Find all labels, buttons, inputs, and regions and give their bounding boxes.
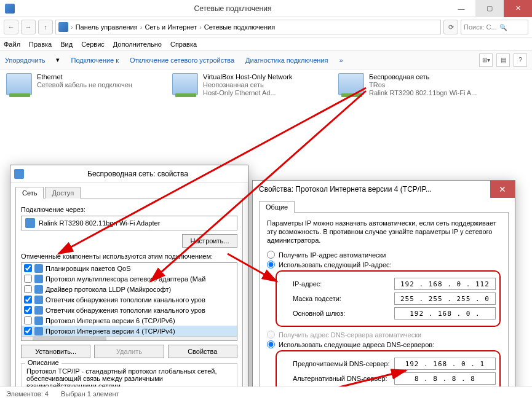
component-checkbox[interactable] (24, 264, 32, 272)
dialog-title: Беспроводная сеть: свойства (28, 170, 248, 178)
component-icon (34, 327, 43, 335)
window-titlebar: Сетевые подключения — ▢ ✕ (0, 0, 532, 17)
menu-view[interactable]: Вид (60, 41, 73, 48)
ip-settings-highlight: IP-адрес:192 . 168 . 0 . 112 Маска подсе… (276, 270, 501, 327)
radio-auto-dns (267, 331, 275, 339)
component-icon (34, 316, 43, 325)
nav-up-button[interactable]: ↑ (38, 20, 53, 34)
label-connect-using: Подключение через: (21, 206, 237, 213)
component-checkbox[interactable] (24, 327, 32, 335)
dialog-ipv4-properties: Свойства: Протокол Интернета версии 4 (T… (252, 180, 515, 400)
preferred-dns-input[interactable]: 192 . 168 . 0 . 1 (394, 358, 496, 370)
component-icon (34, 275, 43, 283)
breadcrumb-item[interactable]: Сеть и Интернет (145, 23, 197, 31)
component-icon (34, 264, 43, 273)
content-area: Ethernet Сетевой кабель не подключен Vir… (0, 69, 532, 386)
network-icon (338, 73, 364, 95)
toolbar-organize[interactable]: Упорядочить (5, 57, 45, 64)
breadcrumb-item[interactable]: Сетевые подключения (204, 23, 275, 31)
details-pane-button[interactable]: ▤ (496, 53, 510, 67)
remove-button: Удалить (94, 345, 164, 358)
network-item-virtualbox[interactable]: VirtualBox Host-Only Network Неопознанна… (172, 73, 332, 97)
search-input[interactable]: Поиск: С... (461, 20, 528, 34)
status-bar: Элементов: 4 Выбран 1 элемент (0, 386, 532, 400)
horizontal-scrollbar[interactable] (22, 336, 237, 341)
adapter-icon (25, 218, 35, 228)
close-button[interactable]: ✕ (490, 181, 515, 198)
component-list[interactable]: Планировщик пакетов QoS Протокол мультип… (21, 262, 237, 341)
toolbar-diag[interactable]: Диагностика подключения (245, 57, 328, 64)
location-icon (58, 22, 68, 32)
subnet-mask-input[interactable]: 255 . 255 . 255 . 0 (394, 292, 496, 305)
properties-button[interactable]: Свойства (168, 345, 237, 358)
menu-help[interactable]: Справка (170, 41, 197, 48)
menu-file[interactable]: Файл (4, 41, 20, 48)
status-elements: Элементов: 4 (6, 390, 49, 398)
tab-sharing[interactable]: Доступ (45, 187, 81, 198)
menu-bar: Файл Правка Вид Сервис Дополнительно Спр… (0, 37, 532, 51)
network-item-wireless[interactable]: Беспроводная сеть TRos Ralink RT3290 802… (338, 73, 498, 97)
component-checkbox[interactable] (24, 296, 32, 304)
dialog-adapter-properties: Беспроводная сеть: свойства Сеть Доступ … (10, 165, 248, 400)
install-button[interactable]: Установить... (21, 345, 90, 358)
radio-manual-dns[interactable] (267, 340, 275, 348)
gateway-input[interactable]: 192 . 168 . 0 . (394, 307, 496, 320)
dialog-title: Свойства: Протокол Интернета версии 4 (T… (253, 185, 490, 194)
minimize-button[interactable]: — (447, 0, 475, 17)
adapter-field: Ralink RT3290 802.11bgn Wi-Fi Adapter (21, 216, 237, 230)
menu-edit[interactable]: Правка (29, 41, 52, 48)
menu-advanced[interactable]: Дополнительно (113, 41, 162, 48)
network-icon (172, 73, 198, 95)
window-title: Сетевые подключения (18, 4, 447, 13)
radio-auto-ip[interactable] (267, 251, 275, 259)
nav-back-button[interactable]: ← (4, 20, 18, 34)
network-icon (6, 73, 32, 95)
component-icon (34, 285, 43, 294)
component-icon (34, 296, 43, 304)
close-button[interactable]: ✕ (504, 0, 532, 17)
breadcrumb[interactable]: › Панель управления › Сеть и Интернет › … (55, 20, 441, 34)
description-legend: Описание (25, 359, 62, 366)
network-item-ethernet[interactable]: Ethernet Сетевой кабель не подключен (6, 73, 166, 97)
radio-manual-ip[interactable] (267, 261, 275, 269)
component-checkbox[interactable] (24, 306, 32, 314)
configure-button[interactable]: Настроить... (182, 234, 237, 248)
status-selected: Выбран 1 элемент (61, 390, 119, 398)
component-checkbox[interactable] (24, 285, 32, 293)
menu-tools[interactable]: Сервис (81, 41, 105, 48)
label-components: Отмеченные компоненты используются этим … (21, 253, 237, 260)
view-options-button[interactable]: ⊞▾ (479, 53, 493, 67)
component-checkbox[interactable] (24, 275, 32, 283)
toolbar-disable[interactable]: Отключение сетевого устройства (130, 57, 234, 64)
ip-address-input[interactable]: 192 . 168 . 0 . 112 (394, 278, 496, 290)
address-bar: ← → ↑ › Панель управления › Сеть и Интер… (0, 17, 532, 37)
info-text: Параметры IP можно назначать автоматичес… (267, 219, 501, 245)
breadcrumb-item[interactable]: Панель управления (76, 23, 138, 31)
dialog-icon (14, 169, 24, 179)
toolbar: Упорядочить▾ Подключение к Отключение се… (0, 51, 532, 69)
search-icon (499, 23, 507, 31)
help-button[interactable]: ? (514, 53, 527, 67)
alternate-dns-input[interactable]: 8 . 8 . 8 . 8 (394, 372, 496, 385)
component-checkbox[interactable] (24, 316, 32, 324)
tab-network[interactable]: Сеть (15, 187, 44, 198)
component-icon (34, 306, 43, 315)
tab-general[interactable]: Общие (259, 201, 295, 213)
maximize-button[interactable]: ▢ (475, 0, 504, 17)
refresh-button[interactable]: ⟳ (443, 20, 458, 34)
nav-fwd-button[interactable]: → (21, 20, 36, 34)
app-icon (5, 4, 15, 14)
toolbar-connect[interactable]: Подключение к (71, 57, 119, 64)
dns-settings-highlight: Предпочитаемый DNS-сервер:192 . 168 . 0 … (276, 350, 501, 392)
